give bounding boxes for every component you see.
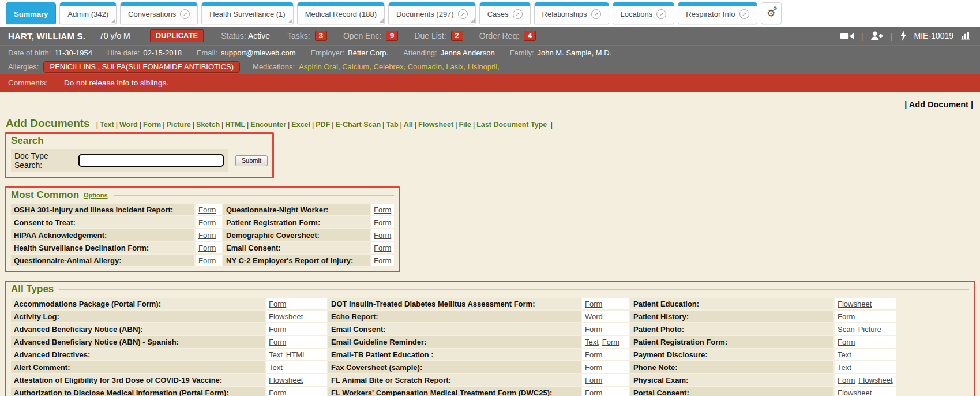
tab-conversations[interactable]: Conversations ↗ xyxy=(120,2,198,24)
doc-type-quick-link[interactable]: Form xyxy=(138,121,162,129)
tab-locations[interactable]: Locations ↗ xyxy=(613,2,675,24)
doc-action-link[interactable]: Form xyxy=(585,376,602,384)
settings-gear-button[interactable]: ⚙⚙ xyxy=(761,2,782,24)
doc-type-quick-link[interactable]: Word xyxy=(114,121,138,129)
tab-health-surveillance[interactable]: Health Surveillance (1) ↗ xyxy=(201,2,294,24)
doc-type-quick-link[interactable]: Last Document Type xyxy=(471,121,547,129)
video-camera-icon[interactable] xyxy=(840,32,854,40)
doc-type-quick-link[interactable]: Sketch xyxy=(191,121,220,129)
doc-action-link[interactable]: Form xyxy=(838,338,855,346)
doc-action-link[interactable]: Text xyxy=(269,350,283,359)
doc-type-quick-link[interactable]: Text xyxy=(95,121,114,129)
stat-count-badge[interactable]: 9 xyxy=(386,31,398,41)
doc-action-link[interactable]: Scan xyxy=(838,325,855,334)
doc-action-link[interactable]: Form xyxy=(269,388,286,396)
most-common-title: Most Common xyxy=(11,189,79,201)
stat-count-badge[interactable]: 4 xyxy=(524,31,536,41)
doc-action-link[interactable]: Flowsheet xyxy=(838,300,872,308)
tab-relationships[interactable]: Relationships ↗ xyxy=(534,2,609,24)
doc-action-link[interactable]: Form xyxy=(374,231,391,240)
doc-action-link[interactable]: Form xyxy=(374,244,391,252)
tab-documents[interactable]: Documents (297) ↗ xyxy=(388,2,476,24)
tab-cases[interactable]: Cases ↗ xyxy=(479,2,531,24)
duplicate-badge[interactable]: DUPLICATE xyxy=(150,29,204,42)
lightning-bolt-icon[interactable] xyxy=(900,31,907,41)
doc-action-link[interactable]: Flowsheet xyxy=(269,312,303,321)
doc-action-link[interactable]: Form xyxy=(198,231,216,240)
doc-action-link[interactable]: Text xyxy=(585,338,599,346)
stat-count-badge[interactable]: 3 xyxy=(315,31,327,41)
doc-action-link[interactable]: Flowsheet xyxy=(269,376,303,384)
popout-arrow-icon[interactable]: ↗ xyxy=(513,9,523,19)
options-link[interactable]: Options xyxy=(84,192,108,199)
add-document-link[interactable]: Add Document xyxy=(909,100,968,109)
doc-action-link[interactable]: HTML xyxy=(286,350,306,359)
doc-action-link[interactable]: Form xyxy=(585,363,602,372)
doc-type-quick-link[interactable]: E-Chart Scan xyxy=(330,121,381,129)
doc-action-link[interactable]: Form xyxy=(585,325,602,334)
info-label: Attending: xyxy=(403,48,437,57)
tab-medical-record[interactable]: Medical Record (188) ↗ xyxy=(297,2,385,24)
doc-type-label: Echo Report: xyxy=(328,311,581,322)
doc-action-link[interactable]: Form xyxy=(198,244,216,252)
medication-link[interactable]: Lasix xyxy=(446,62,468,71)
doc-action-link[interactable]: Form xyxy=(198,206,216,214)
doc-type-search-input[interactable] xyxy=(78,154,223,167)
doc-action-link[interactable]: Form xyxy=(374,256,391,265)
doc-type-quick-link[interactable]: Flowsheet xyxy=(413,121,453,129)
doc-type-label: Email-TB Patient Education : xyxy=(328,349,581,360)
doc-action-link[interactable]: Flowsheet xyxy=(838,388,872,396)
doc-action-link[interactable]: Form xyxy=(838,312,855,321)
add-person-icon[interactable] xyxy=(871,31,883,41)
doc-action-link[interactable]: Flowsheet xyxy=(858,376,892,384)
stat-count-badge[interactable]: 2 xyxy=(451,31,463,41)
popout-arrow-icon[interactable]: ↗ xyxy=(656,9,666,19)
doc-action-link[interactable]: Form xyxy=(269,325,286,334)
doc-action-link[interactable]: Form xyxy=(602,338,619,346)
medication-link[interactable]: Celebrex xyxy=(373,62,407,71)
doc-action-link[interactable]: Form xyxy=(269,300,286,308)
popout-arrow-icon[interactable]: ↗ xyxy=(458,9,468,19)
doc-action-link[interactable]: Form xyxy=(838,376,855,384)
doc-type-links-cell: Form xyxy=(371,229,394,241)
doc-type-quick-link[interactable]: Encounter xyxy=(245,121,286,129)
allergies-badge[interactable]: PENICILLINS , SULFA(SULFONAMIDE ANTIBIOT… xyxy=(43,61,240,73)
doc-action-link[interactable]: Word xyxy=(585,312,603,321)
doc-action-link[interactable]: Form xyxy=(585,388,602,396)
info-field: Employer: Better Corp. xyxy=(311,48,389,57)
doc-action-link[interactable]: Form xyxy=(585,350,602,359)
doc-action-link[interactable]: Form xyxy=(374,206,391,214)
doc-type-quick-link[interactable]: PDF xyxy=(310,121,330,129)
submit-button[interactable]: Submit xyxy=(235,155,268,166)
doc-type-label: Patient Registration Form: xyxy=(223,216,370,228)
doc-action-link[interactable]: Picture xyxy=(858,325,881,334)
medication-link[interactable]: Calcium xyxy=(342,62,373,71)
doc-action-link[interactable]: Form xyxy=(585,300,602,308)
doc-action-link[interactable]: Text xyxy=(838,363,851,372)
doc-type-quick-link[interactable]: Tab xyxy=(381,121,399,129)
doc-type-quick-link[interactable]: Excel xyxy=(286,121,310,129)
medication-link[interactable]: Coumadin xyxy=(408,62,446,71)
popout-arrow-icon[interactable]: ↗ xyxy=(739,9,749,19)
doc-action-link[interactable]: Form xyxy=(198,256,216,265)
doc-type-quick-link[interactable]: HTML xyxy=(220,121,245,129)
tab-summary[interactable]: Summary ↗ xyxy=(6,2,56,24)
popout-arrow-icon[interactable]: ↗ xyxy=(180,9,190,19)
doc-type-label: Patient History: xyxy=(630,311,833,322)
bar-chart-icon[interactable] xyxy=(961,31,972,40)
medications-list: Aspirin OralCalciumCelebrexCoumadinLasix… xyxy=(299,62,501,71)
doc-type-quick-link[interactable]: File xyxy=(453,121,471,129)
doc-type-label: Phone Note: xyxy=(630,361,833,373)
doc-type-quick-link[interactable]: Picture xyxy=(161,121,191,129)
doc-action-link[interactable]: Form xyxy=(374,218,391,227)
medication-link[interactable]: Lisinopril xyxy=(468,62,502,71)
doc-action-link[interactable]: Form xyxy=(269,338,286,346)
popout-arrow-icon[interactable]: ↗ xyxy=(591,9,601,19)
doc-action-link[interactable]: Text xyxy=(269,363,283,372)
tab-admin[interactable]: Admin (342) ↗ xyxy=(59,2,117,24)
tab-respirator-info[interactable]: Respirator Info ↗ xyxy=(678,2,757,24)
medication-link[interactable]: Aspirin Oral xyxy=(299,62,342,71)
doc-action-link[interactable]: Form xyxy=(198,218,216,227)
doc-type-quick-link[interactable]: All xyxy=(399,121,413,129)
doc-action-link[interactable]: Text xyxy=(838,350,851,359)
